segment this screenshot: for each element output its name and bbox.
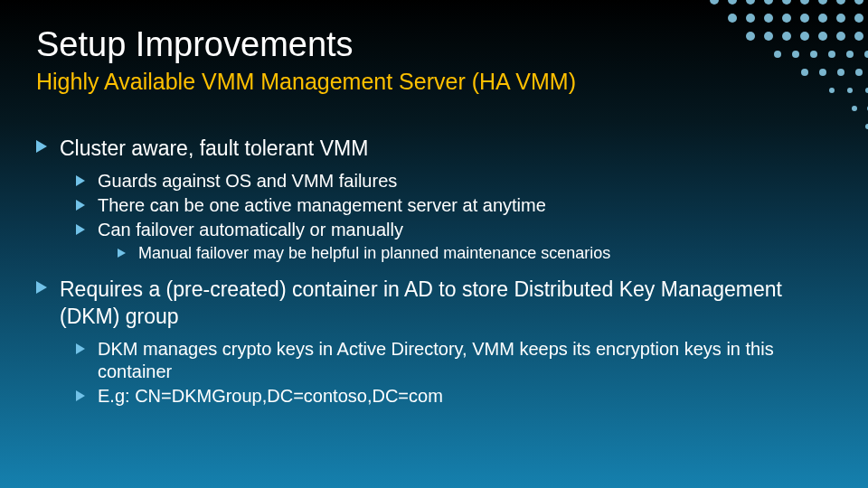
bullet-level-2: There can be one active management serve… — [76, 194, 832, 217]
bullet-text: Manual failover may be helpful in planne… — [138, 243, 610, 264]
svg-point-21 — [818, 32, 827, 41]
bullet-text: Guards against OS and VMM failures — [98, 170, 397, 192]
bullet-level-3: Manual failover may be helpful in planne… — [118, 243, 832, 264]
svg-point-1 — [728, 0, 737, 5]
svg-point-25 — [792, 51, 799, 58]
svg-point-0 — [710, 0, 719, 5]
bullet-text: Can failover automatically or manually — [98, 219, 403, 241]
svg-point-15 — [836, 14, 845, 23]
bullet-level-1: Requires a (pre-created) container in AD… — [36, 277, 832, 331]
svg-point-9 — [728, 14, 737, 23]
bullet-arrow-icon — [36, 281, 47, 294]
bullet-arrow-icon — [36, 140, 47, 153]
bullet-level-2: Can failover automatically or manually — [76, 219, 832, 241]
svg-point-23 — [854, 32, 863, 41]
svg-point-26 — [810, 51, 817, 58]
svg-point-8 — [854, 0, 863, 5]
svg-point-17 — [746, 32, 755, 41]
svg-point-4 — [782, 0, 791, 5]
svg-point-30 — [801, 69, 808, 76]
svg-point-20 — [800, 32, 809, 41]
svg-point-33 — [855, 69, 863, 76]
svg-point-27 — [828, 51, 835, 58]
bullet-level-2: Guards against OS and VMM failures — [76, 170, 832, 192]
bullet-text: There can be one active management serve… — [98, 194, 546, 217]
svg-point-22 — [836, 32, 845, 41]
svg-point-12 — [782, 14, 791, 23]
svg-point-19 — [782, 32, 791, 41]
slide-title: Setup Improvements — [36, 25, 354, 64]
bullet-arrow-icon — [76, 343, 85, 354]
svg-point-10 — [746, 14, 755, 23]
bullet-arrow-icon — [118, 249, 126, 258]
svg-point-31 — [819, 69, 826, 76]
slide-subtitle: Highly Available VMM Management Server (… — [36, 69, 576, 95]
svg-point-14 — [818, 14, 827, 23]
bullet-arrow-icon — [76, 224, 85, 235]
bullet-level-2: E.g: CN=DKMGroup,DC=contoso,DC=com — [76, 385, 832, 408]
svg-point-24 — [774, 51, 781, 58]
svg-point-32 — [837, 69, 844, 76]
svg-point-2 — [746, 0, 755, 5]
bullet-text: Requires a (pre-created) container in AD… — [60, 277, 810, 331]
svg-point-29 — [864, 51, 868, 58]
bullet-level-2: DKM manages crypto keys in Active Direct… — [76, 338, 832, 383]
svg-point-7 — [836, 0, 845, 5]
bullet-level-1: Cluster aware, fault tolerant VMM — [36, 136, 832, 163]
svg-point-11 — [764, 14, 773, 23]
svg-point-16 — [854, 14, 863, 23]
bullet-text: E.g: CN=DKMGroup,DC=contoso,DC=com — [98, 385, 443, 408]
bullet-arrow-icon — [76, 175, 85, 186]
svg-point-37 — [852, 106, 857, 111]
svg-point-34 — [829, 88, 835, 93]
svg-point-5 — [800, 0, 809, 5]
svg-point-28 — [846, 51, 854, 58]
bullet-arrow-icon — [76, 200, 85, 211]
bullet-text: Cluster aware, fault tolerant VMM — [60, 136, 368, 163]
svg-point-6 — [818, 0, 827, 5]
slide-content: Cluster aware, fault tolerant VMMGuards … — [36, 136, 832, 409]
bullet-text: DKM manages crypto keys in Active Direct… — [98, 338, 832, 383]
svg-point-3 — [764, 0, 773, 5]
svg-point-18 — [764, 32, 773, 41]
bullet-arrow-icon — [76, 390, 85, 401]
svg-point-35 — [847, 88, 853, 93]
svg-point-13 — [800, 14, 809, 23]
